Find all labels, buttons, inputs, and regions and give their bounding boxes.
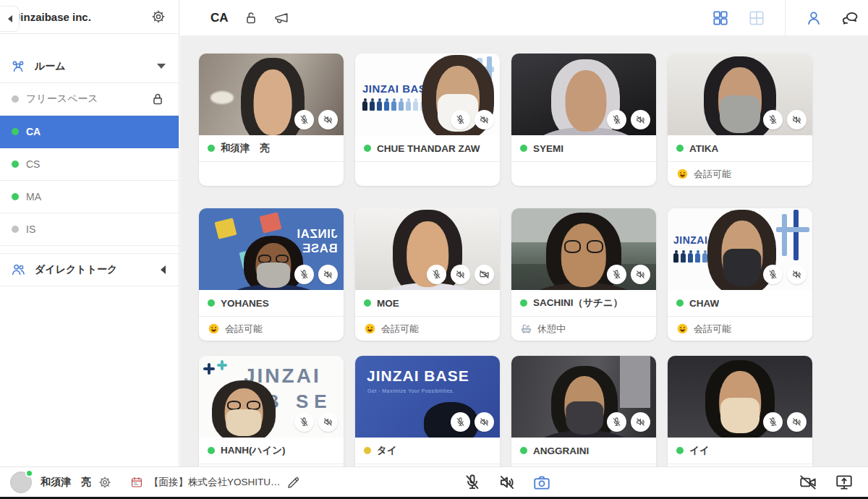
member-tile[interactable]: JINZAI BASECHUE THANDAR ZAW — [355, 54, 500, 186]
settings-gear-icon[interactable] — [151, 9, 166, 24]
presence-dot — [12, 161, 19, 168]
face-mask — [720, 95, 760, 133]
schedule-widget[interactable]: 【面接】株式会社YOSHITU… — [130, 475, 301, 490]
member-name-row: タイ — [355, 438, 500, 464]
room-list: フリースペースCACSMAIS — [0, 83, 179, 246]
presence-dot — [520, 447, 527, 454]
member-name-row: CHAW — [668, 290, 812, 316]
member-tile[interactable]: イイ — [668, 356, 812, 466]
room-toolbar: CA — [180, 0, 868, 36]
brand-shape — [793, 210, 799, 260]
speaker-off-icon[interactable] — [631, 110, 650, 129]
mic-off-icon[interactable] — [607, 110, 626, 129]
chat-icon[interactable] — [841, 9, 859, 27]
mic-off-icon[interactable] — [763, 412, 783, 432]
direct-talk-section[interactable]: ダイレクトトーク — [0, 253, 179, 286]
speaker-off-icon[interactable] — [631, 265, 650, 284]
toolbar-right — [702, 0, 868, 36]
mic-off-icon[interactable] — [294, 412, 314, 432]
mic-off-icon[interactable] — [763, 110, 783, 129]
member-status-row: 会話可能 — [668, 316, 812, 341]
sidebar: Jinzaibase inc. ルーム フリースペースCACSMAIS ダイレク… — [0, 0, 179, 466]
member-av-controls — [607, 412, 650, 432]
room-name: CA — [26, 126, 166, 137]
speaker-off-icon[interactable] — [318, 110, 338, 129]
mic-off-icon[interactable] — [607, 412, 626, 432]
sidebar-room-CS[interactable]: CS — [0, 148, 179, 181]
speaker-off-icon[interactable] — [787, 265, 807, 284]
member-tile[interactable]: SYEMI — [511, 54, 656, 186]
table-view-icon[interactable] — [747, 9, 766, 27]
presence-dot — [676, 145, 684, 152]
member-status-row: 会話可能 — [668, 161, 812, 186]
speaker-off-icon[interactable] — [475, 412, 494, 432]
sidebar-room-CA[interactable]: CA — [0, 116, 179, 148]
member-video — [511, 208, 656, 290]
member-tile[interactable]: SACHINI（サチニ）休憩中 — [511, 208, 656, 341]
speaker-off-icon[interactable] — [631, 412, 650, 432]
face — [565, 70, 606, 132]
room-title: CA — [210, 11, 229, 25]
mic-off-icon[interactable] — [294, 265, 314, 284]
sidebar-collapse-button[interactable] — [1, 6, 20, 32]
mic-off-icon[interactable] — [463, 473, 482, 492]
member-panel-icon[interactable] — [804, 9, 823, 27]
camera-snapshot-icon[interactable] — [532, 473, 551, 492]
person-glyph — [391, 101, 396, 111]
face-mask — [723, 249, 761, 286]
grid-view-icon[interactable] — [711, 9, 730, 27]
member-tile[interactable]: 和須津 亮 — [199, 54, 344, 186]
mic-off-icon[interactable] — [294, 110, 314, 129]
member-av-controls — [294, 265, 338, 284]
member-tile[interactable]: ANGGRAINI — [511, 356, 656, 466]
member-name-row: SACHINI（サチニ） — [511, 290, 656, 316]
unlock-icon[interactable] — [243, 10, 259, 26]
smile-status-icon — [364, 323, 376, 335]
member-tile[interactable]: JINZAIB SEHANH(ハイン) — [199, 356, 344, 466]
speaker-off-icon[interactable] — [475, 110, 494, 129]
member-tile[interactable]: MOE会話可能 — [355, 208, 500, 341]
member-av-controls — [607, 110, 650, 129]
face — [561, 223, 606, 287]
edit-pencil-icon[interactable] — [286, 475, 301, 490]
member-video: JINZAI BASEGet・Maximize Your Possibiliti… — [355, 356, 500, 438]
member-tile[interactable]: JINZAIBASEYOHANES会話可能 — [199, 208, 344, 341]
chevron-down-icon — [157, 64, 166, 69]
bath-status-icon — [520, 323, 532, 335]
member-tile[interactable]: ATIKA会話可能 — [668, 54, 812, 186]
screen-share-icon[interactable] — [835, 473, 854, 492]
user-settings-gear-icon[interactable] — [98, 476, 111, 489]
member-tile[interactable]: JINZAI BCHAW会話可能 — [668, 208, 812, 341]
presence-dot — [676, 447, 684, 454]
mic-off-icon[interactable] — [451, 110, 470, 129]
glasses-icon — [564, 240, 581, 252]
mic-off-icon[interactable] — [427, 265, 446, 284]
member-video — [355, 208, 500, 290]
mic-off-icon[interactable] — [763, 265, 783, 284]
mic-off-icon[interactable] — [451, 412, 470, 432]
speaker-off-icon[interactable] — [787, 412, 807, 432]
megaphone-icon[interactable] — [273, 10, 289, 26]
sidebar-room-IS[interactable]: IS — [0, 213, 179, 246]
user-avatar[interactable] — [10, 472, 32, 493]
member-name: ATIKA — [689, 143, 718, 154]
person-glyph — [413, 101, 418, 111]
member-video: JINZAI BASE — [355, 54, 500, 135]
speaker-off-icon[interactable] — [787, 110, 807, 129]
direct-talk-people-icon — [10, 262, 26, 278]
speaker-off-icon[interactable] — [451, 265, 470, 284]
member-status-row: 会話可能 — [199, 316, 344, 341]
sidebar-room-フリースペース[interactable]: フリースペース — [0, 83, 179, 116]
sidebar-room-MA[interactable]: MA — [0, 181, 179, 213]
speaker-off-icon[interactable] — [318, 265, 338, 284]
speaker-off-icon[interactable] — [498, 473, 516, 492]
person-glyph — [370, 101, 375, 111]
rooms-section-header[interactable]: ルーム — [0, 50, 179, 83]
member-tile[interactable]: JINZAI BASEGet・Maximize Your Possibiliti… — [355, 356, 500, 466]
mic-off-icon[interactable] — [607, 265, 626, 284]
speaker-off-icon[interactable] — [318, 412, 338, 432]
av-controls — [463, 473, 551, 492]
cam-off-icon[interactable] — [475, 265, 494, 284]
member-status-row: 休憩中 — [511, 316, 656, 341]
video-off-icon[interactable] — [799, 473, 817, 492]
